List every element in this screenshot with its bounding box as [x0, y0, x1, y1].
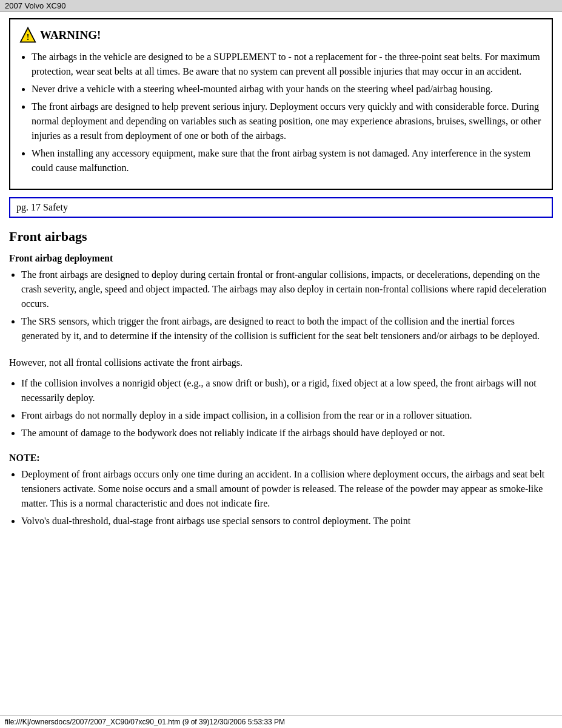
- subsection-title: Front airbag deployment: [9, 253, 553, 264]
- bullet-2-item-2: Front airbags do not normally deploy in …: [21, 408, 553, 423]
- note-title: NOTE:: [9, 453, 553, 463]
- para-1: However, not all frontal collisions acti…: [9, 356, 553, 370]
- bullets-1: The front airbags are designed to deploy…: [9, 268, 553, 343]
- section-title: Front airbags: [9, 229, 553, 244]
- front-airbags-section: Front airbags Front airbag deployment Th…: [9, 229, 553, 528]
- page-title-bar: 2007 Volvo XC90: [0, 0, 562, 12]
- warning-list: The airbags in the vehicle are designed …: [19, 50, 543, 175]
- page-title: 2007 Volvo XC90: [5, 1, 65, 10]
- bullet-1-item-1: The front airbags are designed to deploy…: [21, 268, 553, 311]
- warning-item-3: The front airbags are designed to help p…: [32, 99, 543, 143]
- footer-text: file:///K|/ownersdocs/2007/2007_XC90/07x…: [5, 718, 285, 726]
- bullet-2-item-3: The amount of damage to the bodywork doe…: [21, 426, 553, 440]
- bullet-2-item-1: If the collision involves a nonrigid obj…: [21, 376, 553, 405]
- warning-icon: !: [19, 27, 36, 44]
- bullets-2: If the collision involves a nonrigid obj…: [9, 376, 553, 440]
- pg-label-text: pg. 17 Safety: [16, 202, 68, 212]
- warning-box: ! WARNING! The airbags in the vehicle ar…: [9, 18, 553, 190]
- pg-label-box: pg. 17 Safety: [9, 197, 553, 218]
- note-bullet-1: Deployment of front airbags occurs only …: [21, 467, 553, 511]
- warning-title-text: WARNING!: [40, 29, 101, 42]
- warning-item-2: Never drive a vehicle with a steering wh…: [32, 82, 543, 96]
- bullet-1-item-2: The SRS sensors, which trigger the front…: [21, 314, 553, 343]
- footer-bar: file:///K|/ownersdocs/2007/2007_XC90/07x…: [0, 715, 562, 728]
- warning-title: ! WARNING!: [19, 27, 543, 44]
- warning-item-4: When installing any accessory equipment,…: [32, 146, 543, 175]
- warning-item-1: The airbags in the vehicle are designed …: [32, 50, 543, 79]
- svg-text:!: !: [27, 33, 30, 42]
- note-bullets: Deployment of front airbags occurs only …: [9, 467, 553, 528]
- main-content: ! WARNING! The airbags in the vehicle ar…: [0, 12, 562, 542]
- note-bullet-2: Volvo's dual-threshold, dual-stage front…: [21, 514, 553, 528]
